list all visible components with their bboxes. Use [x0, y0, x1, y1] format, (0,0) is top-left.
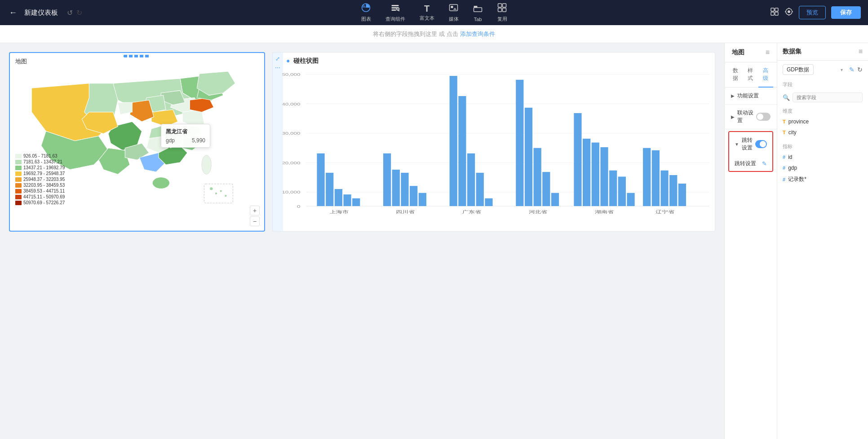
svg-text:40,000: 40,000 — [282, 101, 301, 106]
dataset-select-row: GDP数据 ✎ ↻ — [777, 61, 868, 79]
tab-style[interactable]: 样式 — [743, 62, 758, 88]
resize-handle-top[interactable] — [124, 55, 151, 57]
undo-redo-group: ↺ ↻ — [67, 9, 82, 17]
field-item-count: # 记录数* — [777, 173, 868, 185]
linkage-arrow: ▶ — [731, 114, 735, 119]
legend-range-7: 44715.11 - 50970.69 — [23, 194, 65, 199]
field-type-gdp: # — [783, 165, 785, 171]
linkage-settings-row[interactable]: ▶ 联动设置 — [725, 105, 777, 129]
undo-button[interactable]: ↺ — [67, 9, 73, 17]
tab-advanced[interactable]: 高级 — [758, 62, 773, 88]
svg-text:10,000: 10,000 — [282, 190, 301, 195]
svg-point-26 — [225, 195, 226, 197]
jump-settings-sub-label: 跳转设置 — [735, 160, 756, 167]
layout-icon[interactable] — [770, 7, 779, 18]
tooltip-province: 黑龙江省 — [166, 128, 205, 136]
dataset-refresh-icon[interactable]: ↻ — [857, 66, 863, 73]
search-field-input[interactable] — [793, 92, 863, 102]
svg-text:广东省: 广东省 — [462, 209, 481, 214]
jump-toggle[interactable] — [755, 140, 767, 148]
left-config-panel: 地图 ≡ 数据 样式 高级 — [725, 43, 777, 439]
dataset-select[interactable]: GDP数据 — [783, 64, 814, 75]
tab-icon — [473, 4, 483, 16]
svg-rect-3 — [392, 9, 396, 11]
dimension-label: 维度 — [777, 106, 868, 116]
tooltip-value: 5,990 — [192, 137, 205, 144]
svg-rect-67 — [609, 171, 617, 206]
bar-chart-wrapper: ⤢ ⋯ ● 碰柱状图 — [272, 52, 715, 232]
svg-rect-59 — [534, 148, 541, 206]
svg-rect-73 — [660, 171, 668, 206]
tool-chart[interactable]: 图表 — [361, 3, 371, 22]
svg-text:gdp: gdp — [461, 217, 471, 218]
svg-rect-66 — [600, 147, 608, 206]
svg-rect-10 — [498, 4, 502, 7]
bar-chart-container: ● 碰柱状图 0 10,000 — [272, 52, 715, 232]
redo-button[interactable]: ↻ — [76, 9, 82, 17]
svg-rect-42 — [343, 194, 351, 206]
tool-query[interactable]: 查询组件 — [385, 3, 405, 22]
svg-rect-61 — [551, 193, 559, 206]
chart-label: 图表 — [361, 16, 371, 22]
svg-rect-48 — [410, 186, 417, 206]
svg-rect-49 — [419, 193, 426, 206]
map-chart-title: 地图 — [15, 57, 27, 66]
svg-text:河北省: 河北省 — [529, 209, 548, 214]
bar-tool-resize[interactable]: ⤢ — [275, 56, 280, 62]
tool-media[interactable]: 媒体 — [449, 3, 459, 22]
dual-panel: 地图 ≡ 数据 样式 高级 — [725, 43, 868, 439]
field-item-city: T city — [777, 127, 868, 138]
jump-settings-body: 跳转设置 ✎ — [729, 156, 772, 171]
field-item-gdp: # gdp — [777, 162, 868, 173]
svg-rect-13 — [503, 8, 506, 12]
tool-tab[interactable]: Tab — [473, 4, 483, 22]
zoom-out-button[interactable]: − — [250, 216, 260, 226]
left-panel-menu-icon[interactable]: ≡ — [766, 48, 770, 57]
svg-rect-14 — [771, 8, 774, 11]
save-button[interactable]: 保存 — [831, 6, 861, 19]
tooltip-field: gdp — [166, 137, 175, 144]
tab-data[interactable]: 数据 — [728, 62, 743, 88]
metric-section: 指标 # id # gdp # 记录数* — [777, 141, 868, 185]
tab-label: Tab — [474, 17, 482, 22]
svg-point-19 — [788, 10, 790, 13]
query-hint: 将右侧的字段拖拽到这里 或 点击 — [373, 30, 458, 38]
right-panel: 地图 ≡ 数据 样式 高级 — [724, 43, 868, 439]
legend-range-3: 19692.79 - 25948.37 — [23, 171, 65, 176]
legend-range-5: 32203.95 - 38459.53 — [23, 183, 65, 188]
field-type-count: # — [783, 177, 785, 182]
map-controls: + − — [250, 206, 260, 226]
dataset-edit-icon[interactable]: ✎ — [849, 66, 855, 73]
feature-settings-row[interactable]: ▶ 功能设置 — [725, 88, 777, 104]
right-dataset-panel: 数据集 ≡ GDP数据 ✎ ↻ 字段 🔍 — [777, 43, 868, 439]
tool-reuse[interactable]: 复用 — [497, 3, 507, 22]
svg-rect-39 — [317, 154, 324, 206]
map-legend: 926.05 - 7181.63 7181.63 - 13437.21 1343… — [15, 154, 65, 206]
feature-settings-label: ▶ 功能设置 — [731, 92, 759, 100]
bar-left-toolbar: ⤢ ⋯ — [272, 52, 283, 232]
preview-button[interactable]: 预览 — [799, 6, 826, 19]
jump-settings-edit-icon[interactable]: ✎ — [762, 160, 767, 167]
map-chart-container[interactable]: 地图 — [9, 52, 265, 232]
media-label: 媒体 — [449, 16, 459, 22]
back-button[interactable]: ← — [7, 6, 19, 19]
jump-settings-header[interactable]: ▼ 跳转设置 — [729, 132, 772, 156]
topbar: ← 新建仪表板 ↺ ↻ 图表 查询组件 T 富文本 媒体 — [0, 0, 868, 25]
query-label: 查询组件 — [385, 16, 405, 22]
reuse-icon — [497, 3, 507, 15]
svg-text:四川省: 四川省 — [396, 209, 415, 214]
svg-rect-53 — [467, 154, 475, 206]
dashboard-title: 新建仪表板 — [24, 9, 58, 17]
svg-rect-74 — [669, 175, 677, 206]
svg-point-24 — [215, 193, 217, 194]
tool-richtext[interactable]: T 富文本 — [420, 4, 434, 22]
add-query-link[interactable]: 添加查询条件 — [460, 30, 495, 38]
bar-tool-dots[interactable]: ⋯ — [275, 65, 280, 71]
theme-icon[interactable] — [784, 7, 793, 18]
dimension-section: 维度 T province T city — [777, 106, 868, 138]
dataset-menu-icon[interactable]: ≡ — [859, 48, 863, 56]
main-layout: 地图 — [0, 43, 868, 439]
linkage-toggle[interactable] — [756, 113, 771, 121]
zoom-in-button[interactable]: + — [250, 206, 260, 215]
svg-rect-17 — [775, 12, 778, 15]
